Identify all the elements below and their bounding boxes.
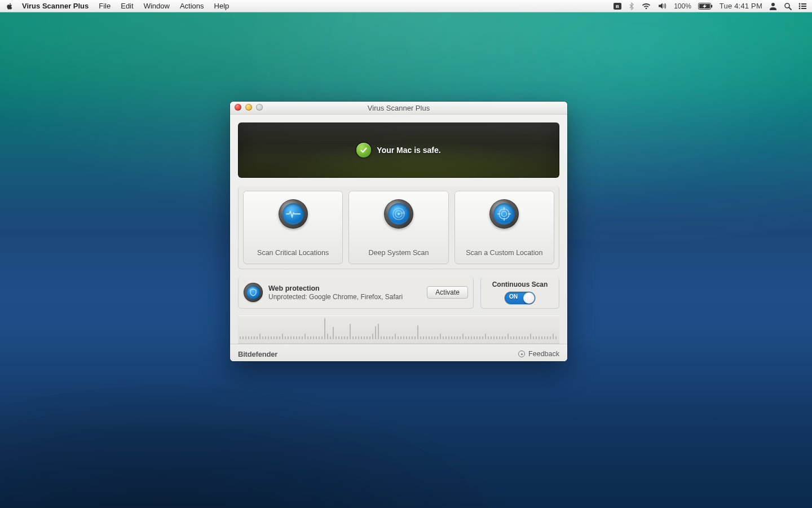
wifi-icon[interactable] — [641, 2, 651, 10]
checkmark-icon — [356, 143, 371, 157]
svg-point-7 — [799, 3, 801, 5]
menubar-item-actions[interactable]: Actions — [175, 0, 209, 12]
feedback-button[interactable]: Feedback — [518, 350, 559, 358]
minimize-button[interactable] — [245, 104, 252, 111]
window-title: Virus Scanner Plus — [368, 104, 430, 112]
desktop: Virus Scanner Plus File Edit Window Acti… — [0, 0, 812, 508]
feedback-icon — [518, 351, 525, 357]
scan-button-label: Scan a Custom Location — [466, 249, 542, 257]
scan-button-label: Scan Critical Locations — [257, 249, 329, 257]
scan-custom-location-button[interactable]: Scan a Custom Location — [455, 191, 554, 264]
menubar-item-file[interactable]: File — [94, 0, 116, 12]
svg-point-16 — [499, 209, 509, 219]
svg-rect-4 — [711, 5, 712, 7]
scan-critical-locations-button[interactable]: Scan Critical Locations — [244, 191, 342, 264]
shield-icon — [244, 283, 263, 302]
status-message: Your Mac is safe. — [377, 146, 440, 155]
titlebar[interactable]: Virus Scanner Plus — [230, 102, 567, 115]
brand-label: Bitdefender — [238, 350, 277, 358]
apple-menu-icon[interactable] — [6, 2, 14, 10]
status-panel: Your Mac is safe. — [238, 122, 559, 178]
app-window: Virus Scanner Plus Your Mac is safe. Sca… — [230, 102, 567, 361]
continuous-scan-panel: Continuous Scan ON — [480, 276, 559, 309]
battery-percentage[interactable]: 100% — [674, 0, 691, 12]
pulse-icon — [279, 199, 308, 229]
menubar-app-name[interactable]: Virus Scanner Plus — [17, 0, 94, 12]
radar-icon — [384, 199, 413, 229]
web-protection-title: Web protection — [268, 284, 403, 292]
toggle-knob — [523, 292, 535, 304]
bluetooth-icon[interactable] — [629, 2, 634, 10]
feedback-label: Feedback — [528, 350, 559, 358]
spotlight-icon[interactable] — [784, 2, 792, 10]
svg-rect-10 — [801, 6, 806, 7]
menu-extra-app-icon[interactable]: B — [613, 2, 622, 10]
zoom-button[interactable] — [256, 104, 263, 111]
scan-button-row: Scan Critical Locations Deep System Scan… — [238, 186, 559, 269]
svg-rect-12 — [801, 8, 806, 9]
svg-rect-8 — [801, 3, 806, 5]
battery-icon[interactable] — [698, 3, 713, 10]
svg-line-6 — [789, 7, 791, 10]
menubar: Virus Scanner Plus File Edit Window Acti… — [0, 0, 812, 12]
activate-button[interactable]: Activate — [427, 286, 468, 299]
continuous-scan-toggle[interactable]: ON — [505, 292, 535, 304]
svg-point-11 — [799, 7, 801, 9]
continuous-scan-title: Continuous Scan — [492, 281, 548, 288]
activity-timeline — [238, 316, 559, 344]
window-footer: Bitdefender Feedback — [230, 344, 567, 361]
toggle-on-label: ON — [509, 294, 518, 300]
target-icon — [489, 199, 519, 229]
deep-system-scan-button[interactable]: Deep System Scan — [349, 191, 448, 264]
volume-icon[interactable] — [658, 2, 667, 10]
scan-button-label: Deep System Scan — [368, 249, 429, 257]
menubar-item-window[interactable]: Window — [139, 0, 175, 12]
svg-point-17 — [502, 212, 507, 217]
menubar-item-help[interactable]: Help — [209, 0, 235, 12]
web-protection-subtitle: Unprotected: Google Chrome, Firefox, Saf… — [268, 293, 403, 301]
web-protection-panel: Web protection Unprotected: Google Chrom… — [238, 276, 474, 309]
menubar-clock[interactable]: Tue 4:41 PM — [720, 0, 762, 12]
svg-text:B: B — [616, 4, 619, 9]
svg-point-9 — [799, 5, 801, 7]
menubar-item-edit[interactable]: Edit — [116, 0, 138, 12]
close-button[interactable] — [235, 104, 241, 111]
notification-center-icon[interactable] — [798, 3, 806, 10]
user-icon[interactable] — [769, 2, 777, 10]
